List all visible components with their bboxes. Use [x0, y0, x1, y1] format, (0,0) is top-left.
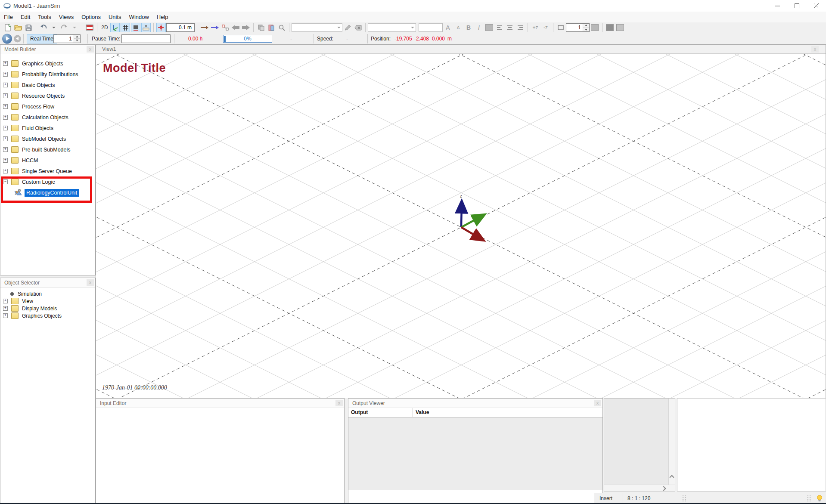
entity-combobox[interactable]: [292, 23, 342, 32]
italic-button[interactable]: I: [474, 23, 484, 32]
view1-3d-canvas[interactable]: z Model Title 1970-Jan-01 00:00:00.000: [96, 54, 826, 398]
fill-color-swatch[interactable]: [615, 23, 625, 32]
tree-item-simulation[interactable]: Simulation: [0, 290, 95, 297]
menu-tools[interactable]: Tools: [34, 14, 55, 20]
create-link-button[interactable]: [220, 23, 230, 32]
maximize-button[interactable]: [787, 0, 807, 12]
run-button[interactable]: [2, 34, 12, 43]
next-arrow-button[interactable]: [200, 23, 209, 32]
fill-button[interactable]: [605, 23, 615, 32]
tree-item-view[interactable]: View: [0, 297, 95, 305]
view1-titlebar[interactable]: View1: [96, 45, 826, 54]
bold-button[interactable]: B: [464, 23, 473, 32]
show-axes-button[interactable]: [110, 23, 120, 32]
tree-item-resource-objects[interactable]: Resource Objects: [0, 90, 95, 101]
minimize-button[interactable]: [768, 0, 787, 12]
expand-icon[interactable]: [3, 115, 8, 120]
menu-file[interactable]: File: [0, 14, 17, 20]
show-entities-button[interactable]: [131, 23, 140, 32]
tree-item-hccm[interactable]: HCCM: [0, 155, 95, 166]
menu-edit[interactable]: Edit: [17, 14, 34, 20]
align-center-button[interactable]: [505, 23, 515, 32]
edit-button[interactable]: [343, 23, 352, 32]
font-size-box[interactable]: [419, 23, 443, 32]
tree-item-prebuilt-submodels[interactable]: Pre-built SubModels: [0, 144, 95, 155]
close-icon[interactable]: [811, 46, 819, 53]
scroll-up-icon[interactable]: [669, 475, 674, 479]
line-color-swatch[interactable]: [590, 23, 599, 32]
expand-icon[interactable]: [3, 72, 8, 77]
reverse-button[interactable]: [231, 23, 240, 32]
tree-item-process-flow[interactable]: Process Flow: [0, 101, 95, 112]
spin-up-icon[interactable]: [583, 24, 589, 28]
open-model-button[interactable]: [13, 23, 23, 32]
tree-item-basic-objects[interactable]: Basic Objects: [0, 80, 95, 90]
close-icon[interactable]: [87, 46, 94, 53]
menu-options[interactable]: Options: [78, 14, 105, 20]
lightbulb-icon[interactable]: [817, 495, 823, 502]
output-table-body[interactable]: [348, 417, 602, 490]
expand-icon[interactable]: [3, 93, 8, 98]
tree-item-graphics-objects[interactable]: Graphics Objects: [0, 312, 95, 319]
find-button[interactable]: [277, 23, 286, 32]
menu-views[interactable]: Views: [55, 14, 78, 20]
tree-item-display-models[interactable]: Display Models: [0, 305, 95, 312]
expand-icon[interactable]: [3, 313, 8, 318]
spin-down-icon[interactable]: [74, 39, 80, 43]
format-combobox[interactable]: [368, 23, 416, 32]
speed-factor-spinner[interactable]: 1: [53, 34, 81, 43]
undo-dropdown[interactable]: [49, 23, 59, 32]
show-grid-button[interactable]: [121, 23, 130, 32]
tree-item-fluid-objects[interactable]: Fluid Objects: [0, 123, 95, 133]
snap-to-grid-button[interactable]: [141, 23, 151, 32]
expand-icon[interactable]: [3, 169, 8, 173]
close-button[interactable]: [807, 0, 826, 12]
input-editor-content[interactable]: [96, 408, 344, 504]
increase-z-button[interactable]: +z: [531, 23, 540, 32]
close-icon[interactable]: [87, 279, 94, 286]
snap-grid-spacing-input[interactable]: [166, 23, 195, 32]
spin-up-icon[interactable]: [74, 35, 80, 39]
save-button[interactable]: [24, 23, 33, 32]
column-output[interactable]: Output: [348, 408, 413, 417]
tree-item-single-server-queue[interactable]: Single Server Queue: [0, 166, 95, 176]
spin-down-icon[interactable]: [583, 28, 589, 32]
redo-button[interactable]: [59, 23, 69, 32]
expand-icon[interactable]: [3, 61, 8, 66]
tree-item-graphics-objects[interactable]: Graphics Objects: [0, 58, 95, 69]
vertical-scrollbar[interactable]: [668, 399, 675, 485]
menu-units[interactable]: Units: [105, 14, 125, 20]
delete-button[interactable]: [353, 23, 363, 32]
pause-time-input[interactable]: [121, 34, 171, 43]
column-value[interactable]: Value: [413, 408, 602, 417]
tree-item-submodel-objects[interactable]: SubModel Objects: [0, 133, 95, 144]
tree-item-calculation-objects[interactable]: Calculation Objects: [0, 112, 95, 123]
scroll-right-icon[interactable]: [661, 486, 666, 491]
forward-button[interactable]: [241, 23, 251, 32]
reset-button[interactable]: [14, 35, 21, 42]
decrease-z-button[interactable]: -z: [541, 23, 550, 32]
tree-item-probability-distributions[interactable]: Probability Distributions: [0, 69, 95, 80]
undo-button[interactable]: [39, 23, 48, 32]
menu-help[interactable]: Help: [153, 14, 172, 20]
expand-icon[interactable]: [3, 306, 8, 311]
show-links-button[interactable]: [156, 23, 166, 32]
expand-icon[interactable]: [3, 147, 8, 152]
horizontal-scrollbar[interactable]: [604, 485, 675, 492]
redo-dropdown[interactable]: [70, 23, 79, 32]
font-increase-button[interactable]: A: [443, 23, 453, 32]
expand-icon[interactable]: [3, 126, 8, 130]
copy-button[interactable]: [256, 23, 266, 32]
align-right-button[interactable]: [515, 23, 525, 32]
paste-button[interactable]: [267, 23, 276, 32]
expand-icon[interactable]: [3, 158, 8, 163]
prev-arrow-button[interactable]: [210, 23, 220, 32]
expand-icon[interactable]: [3, 104, 8, 109]
expand-icon[interactable]: [3, 136, 8, 141]
real-time-toggle[interactable]: Real Time: [27, 34, 57, 43]
new-model-button[interactable]: [3, 23, 12, 32]
menu-window[interactable]: Window: [125, 14, 153, 20]
align-left-button[interactable]: [495, 23, 504, 32]
font-color-swatch[interactable]: [484, 23, 494, 32]
outline-button[interactable]: [556, 23, 565, 32]
